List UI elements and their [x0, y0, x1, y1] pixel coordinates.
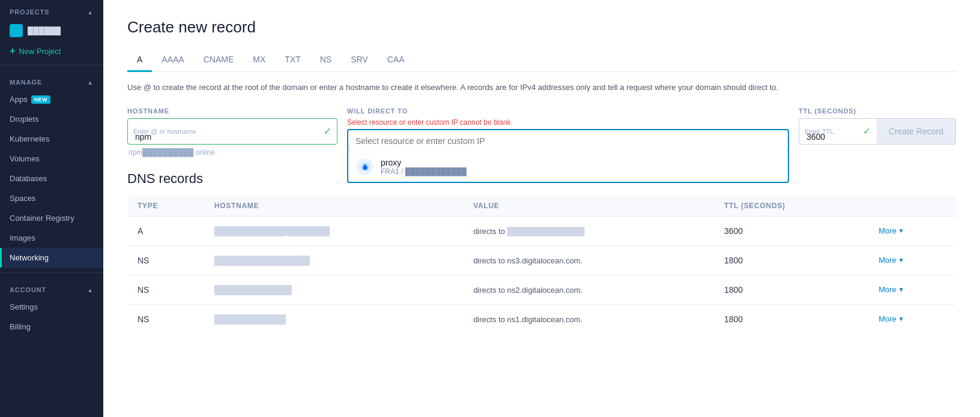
chevron-down-icon: ▼	[898, 227, 904, 234]
record-type: NS	[128, 275, 205, 304]
value-text: directs to ns1.digitalocean.com.	[473, 315, 582, 324]
ttl-valid-icon: ✓	[863, 125, 871, 137]
manage-label: MANAGE	[10, 79, 42, 86]
will-direct-group: WILL DIRECT TO Select resource or enter …	[347, 107, 789, 153]
projects-label: PROJECTS	[10, 8, 49, 16]
account-chevron-icon[interactable]: ▲	[87, 287, 94, 293]
account-label: ACCOUNT	[10, 286, 46, 293]
hostname-blurred: ████████████████	[214, 256, 310, 265]
sidebar-item-label: Databases	[10, 174, 47, 183]
sidebar-item-images[interactable]: Images	[0, 228, 103, 248]
sidebar-divider	[0, 65, 103, 65]
table-header-cell: Type	[128, 195, 205, 216]
dns-table-header-row: TypeHostnameValueTTL (seconds)	[128, 195, 956, 216]
tab-srv[interactable]: SRV	[341, 49, 378, 72]
new-project-label: New Project	[19, 47, 61, 56]
sidebar-item-apps[interactable]: AppsNEW	[0, 89, 103, 109]
project-name: ██████	[28, 26, 61, 35]
hostname-blurred: ████████████.███████	[214, 226, 330, 236]
more-link[interactable]: More ▼	[879, 314, 946, 323]
projects-chevron-icon[interactable]: ▲	[87, 9, 94, 16]
tab-aaaa[interactable]: AAAA	[152, 49, 193, 72]
sidebar-item-settings[interactable]: Settings	[0, 297, 103, 317]
record-type: NS	[128, 245, 205, 275]
sidebar-item-label: Droplets	[10, 115, 38, 124]
main-content: Create new record AAAAACNAMEMXTXTNSSRVCA…	[103, 0, 980, 417]
record-ttl: 3600	[715, 216, 869, 245]
table-header-cell: TTL (seconds)	[715, 195, 869, 216]
sidebar-item-container-registry[interactable]: Container Registry	[0, 208, 103, 228]
record-type: NS	[128, 304, 205, 334]
sidebar-item-label: Images	[10, 233, 35, 242]
record-description: Use @ to create the record at the root o…	[127, 82, 788, 94]
tab-ns[interactable]: NS	[310, 49, 341, 72]
tab-a[interactable]: A	[127, 49, 152, 72]
record-type: A	[128, 216, 205, 245]
record-value: directs to ns1.digitalocean.com.	[464, 304, 715, 334]
table-header-cell	[869, 195, 955, 216]
chevron-down-icon: ▼	[898, 316, 904, 322]
proxy-name: proxy	[381, 158, 467, 167]
sidebar-item-label: Networking	[10, 253, 49, 262]
sidebar-divider-2	[0, 272, 103, 273]
direct-dropdown-list: proxy FRA1 / ████████████	[347, 152, 789, 183]
ttl-input-row: Enter TTL ✓ Create Record	[799, 118, 956, 145]
projects-section-header: PROJECTS ▲	[0, 0, 103, 19]
hostname-blurred: ████████████	[214, 314, 286, 324]
sidebar-item-label: Volumes	[10, 154, 40, 163]
record-hostname: █████████████	[205, 275, 464, 304]
sidebar-item-billing[interactable]: Billing	[0, 317, 103, 337]
table-header-cell: Hostname	[205, 195, 464, 216]
table-row: A████████████.███████directs to ████████…	[128, 216, 956, 245]
value-text: directs to ns2.digitalocean.com.	[473, 286, 582, 295]
tab-mx[interactable]: MX	[243, 49, 275, 72]
new-project-button[interactable]: + New Project	[0, 42, 103, 60]
table-row: NS████████████directs to ns1.digitalocea…	[128, 304, 956, 334]
hostname-preview: npm██████████.online	[127, 148, 337, 157]
sidebar: PROJECTS ▲ ██████ + New Project MANAGE ▲…	[0, 0, 103, 417]
account-section-header: ACCOUNT ▲	[0, 278, 103, 297]
project-icon	[10, 24, 23, 37]
hostname-input-wrapper: Enter @ or hostname ✓ npm██████████.onli…	[127, 118, 337, 157]
tab-cname[interactable]: CNAME	[194, 49, 244, 72]
sidebar-item-label: Spaces	[10, 194, 35, 203]
more-link[interactable]: More ▼	[879, 285, 946, 294]
current-project[interactable]: ██████	[0, 19, 103, 42]
hostname-input[interactable]	[127, 118, 337, 145]
sidebar-item-label: Container Registry	[10, 214, 74, 223]
chevron-down-icon: ▼	[898, 257, 904, 263]
record-ttl: 1800	[715, 304, 869, 334]
value-text: directs to ns3.digitalocean.com.	[473, 256, 582, 265]
ttl-label: TTL (SECONDS)	[799, 107, 956, 115]
sidebar-item-networking[interactable]: Networking	[0, 248, 103, 268]
tab-txt[interactable]: TXT	[275, 49, 310, 72]
record-hostname: ████████████████	[205, 245, 464, 275]
sidebar-item-volumes[interactable]: Volumes	[0, 149, 103, 169]
page-title: Create new record	[127, 18, 956, 37]
manage-chevron-icon[interactable]: ▲	[87, 79, 94, 86]
will-direct-input[interactable]	[347, 129, 789, 153]
plus-icon: +	[10, 46, 15, 56]
ttl-group: TTL (SECONDS) Enter TTL ✓ Create Record	[799, 107, 956, 145]
sidebar-item-droplets[interactable]: Droplets	[0, 109, 103, 129]
dns-records-table: TypeHostnameValueTTL (seconds) A████████…	[127, 195, 956, 334]
account-items: SettingsBilling	[0, 297, 103, 337]
dropdown-proxy-item[interactable]: proxy FRA1 / ████████████	[348, 152, 788, 182]
sidebar-item-kubernetes[interactable]: Kubernetes	[0, 129, 103, 149]
tab-caa[interactable]: CAA	[378, 49, 414, 72]
table-row: NS█████████████directs to ns2.digitaloce…	[128, 275, 956, 304]
record-value: directs to ██████████████	[464, 216, 715, 245]
sidebar-item-databases[interactable]: Databases	[0, 169, 103, 188]
more-link[interactable]: More ▼	[879, 226, 946, 235]
hostname-valid-icon: ✓	[324, 125, 331, 137]
record-more-cell: More ▼	[869, 275, 955, 304]
more-link[interactable]: More ▼	[879, 256, 946, 265]
sidebar-item-spaces[interactable]: Spaces	[0, 188, 103, 208]
record-hostname: ████████████.███████	[205, 216, 464, 245]
record-ttl: 1800	[715, 275, 869, 304]
record-hostname: ████████████	[205, 304, 464, 334]
table-header-cell: Value	[464, 195, 715, 216]
manage-section-header: MANAGE ▲	[0, 70, 103, 89]
create-record-button[interactable]: Create Record	[877, 118, 956, 145]
hostname-label: HOSTNAME	[127, 107, 337, 115]
